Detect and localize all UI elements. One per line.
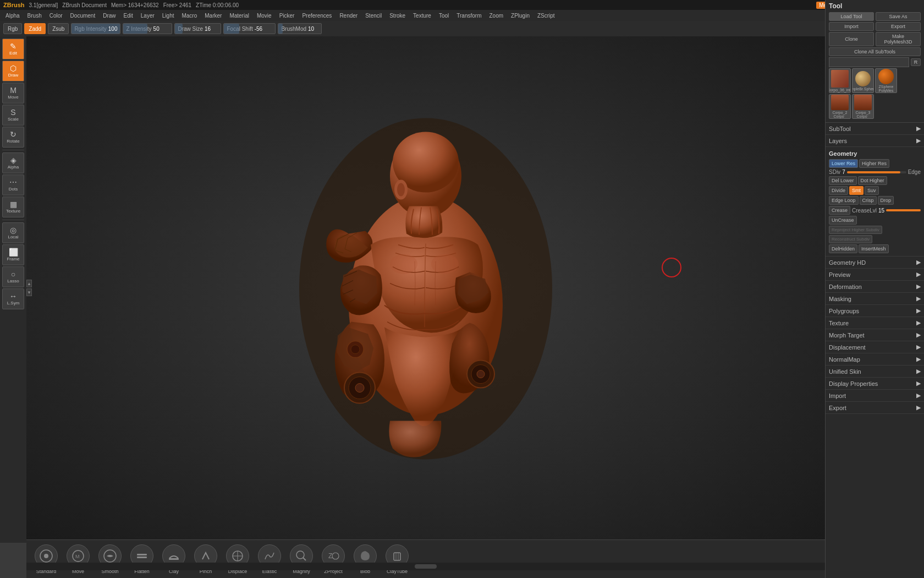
- scroll-thumb[interactable]: [415, 564, 437, 569]
- menu-picker[interactable]: Picker: [276, 12, 298, 19]
- divide-button[interactable]: Divide: [829, 186, 848, 195]
- thumb-corpo2[interactable]: Corpo_2 Corpo_: [829, 94, 851, 119]
- menu-marker[interactable]: Marker: [201, 12, 225, 19]
- clone-all-subtools-button[interactable]: Clone All SubTools: [829, 47, 921, 56]
- menu-texture[interactable]: Texture: [410, 12, 435, 19]
- layers-section[interactable]: Layers ▶: [826, 135, 924, 147]
- draw-size-slider[interactable]: Draw Size 16: [174, 23, 221, 34]
- smt-button[interactable]: Smt: [849, 186, 864, 195]
- tool-scale[interactable]: S Scale: [2, 105, 24, 126]
- edge-loop-button[interactable]: Edge Loop: [829, 196, 859, 205]
- thumb-corpo3[interactable]: Corpo_3 Corpo_: [852, 94, 874, 119]
- brushmod-slider[interactable]: BrushMod 10: [278, 23, 322, 34]
- menu-layer[interactable]: Layer: [138, 12, 158, 19]
- r-button[interactable]: R: [911, 58, 921, 66]
- tool-move[interactable]: M Move: [2, 83, 24, 103]
- reproject-button[interactable]: Reproject Higher Subdiv: [829, 226, 882, 234]
- menu-alpha[interactable]: Alpha: [2, 12, 23, 19]
- tool-texture[interactable]: ▦ Texture: [2, 197, 24, 217]
- menu-edit[interactable]: Edit: [120, 12, 136, 19]
- tool-name-input[interactable]: Corpo_36_inte_50: [829, 57, 909, 67]
- thumb-zsphere[interactable]: ZSphere PolyMes: [875, 68, 897, 93]
- save-as-button[interactable]: Save As: [876, 12, 921, 21]
- tool-frame[interactable]: ⬜ Frame: [2, 244, 24, 265]
- menu-color[interactable]: Color: [46, 12, 66, 19]
- z-intensity-slider[interactable]: Z Intensity 50: [123, 23, 172, 34]
- normalmap-label: NormalMap: [829, 356, 860, 363]
- thumb-corpo[interactable]: Corpo_36_inte: [829, 68, 851, 93]
- geometry-hd-chevron: ▶: [916, 259, 921, 266]
- preview-section[interactable]: Preview ▶: [826, 269, 924, 281]
- menu-tool[interactable]: Tool: [436, 12, 452, 19]
- canvas-edge-arrows[interactable]: ▲ ▼: [26, 280, 32, 296]
- rgb-intensity-slider[interactable]: Rgb Intensity 100: [71, 23, 120, 34]
- menu-zplugin[interactable]: ZPlugin: [508, 12, 533, 19]
- suv-button[interactable]: Suv: [865, 186, 879, 195]
- geometry-header[interactable]: Geometry: [829, 149, 921, 158]
- focal-shift-slider[interactable]: Focal Shift -56: [223, 23, 276, 34]
- displacement-section[interactable]: Displacement ▶: [826, 341, 924, 353]
- normalmap-section[interactable]: NormalMap ▶: [826, 353, 924, 366]
- menu-render[interactable]: Render: [336, 12, 361, 19]
- morph-target-section[interactable]: Morph Target ▶: [826, 329, 924, 341]
- lower-res-button[interactable]: Lower Res: [829, 159, 858, 168]
- menu-brush[interactable]: Brush: [24, 12, 45, 19]
- tool-lsym[interactable]: ↔ L.Sym: [2, 288, 24, 309]
- geometry-hd-section[interactable]: Geometry HD ▶: [826, 257, 924, 269]
- tool-rotate[interactable]: ↻ Rotate: [2, 127, 24, 148]
- display-properties-section[interactable]: Display Properties ▶: [826, 378, 924, 390]
- del-hidden-button[interactable]: DelHidden: [829, 244, 857, 253]
- make-polymesh-button[interactable]: Make PolyMesh3D: [876, 32, 921, 46]
- crease-lv-slider[interactable]: [886, 209, 921, 211]
- menu-zoom[interactable]: Zoom: [486, 12, 507, 19]
- menu-draw[interactable]: Draw: [100, 12, 119, 19]
- zadd-button[interactable]: Zadd: [24, 23, 46, 34]
- del-lower-button[interactable]: Del Lower: [829, 176, 857, 185]
- export-section[interactable]: Export ▶: [826, 402, 924, 414]
- tool-edit[interactable]: ✎ Edit: [2, 39, 24, 59]
- load-tool-button[interactable]: Load Tool: [829, 12, 874, 21]
- crisp-button[interactable]: Crisp: [860, 196, 877, 205]
- menu-preferences[interactable]: Preferences: [299, 12, 335, 19]
- sdiv-slider[interactable]: [847, 171, 906, 173]
- uncrease-button[interactable]: UnCrease: [829, 216, 857, 225]
- menu-light[interactable]: Light: [159, 12, 178, 19]
- import-button[interactable]: Import: [829, 22, 874, 31]
- unified-skin-section[interactable]: Unified Skin ▶: [826, 366, 924, 378]
- masking-section[interactable]: Masking ▶: [826, 293, 924, 305]
- right-panel-collapse[interactable]: ◀: [825, 281, 826, 297]
- tool-draw[interactable]: ⬡ Draw: [2, 61, 24, 81]
- import-section[interactable]: Import ▶: [826, 390, 924, 402]
- canvas-area[interactable]: ▲ ▼: [26, 36, 825, 539]
- dot-higher-button[interactable]: Dot Higher: [858, 176, 887, 185]
- tool-dots[interactable]: ⋯ Dots: [2, 175, 24, 195]
- tool-lasso[interactable]: ○ Lasso: [2, 266, 24, 287]
- reconstruct-button[interactable]: Reconstruct Subdiv: [829, 235, 872, 243]
- drop-button[interactable]: Drop: [878, 196, 894, 205]
- menu-document[interactable]: Document: [67, 12, 99, 19]
- menu-macro[interactable]: Macro: [178, 12, 200, 19]
- clone-button[interactable]: Clone: [829, 32, 874, 46]
- canvas-arrow-down[interactable]: ▼: [26, 288, 32, 296]
- higher-res-button[interactable]: Higher Res: [859, 159, 889, 168]
- rgb-button[interactable]: Rgb: [3, 23, 22, 34]
- export-button[interactable]: Export: [876, 22, 921, 31]
- deformation-section[interactable]: Deformation ▶: [826, 281, 924, 293]
- polygroups-section[interactable]: Polygroups ▶: [826, 305, 924, 317]
- crease-button[interactable]: Crease: [829, 206, 850, 215]
- menu-stroke[interactable]: Stroke: [386, 12, 409, 19]
- tool-alpha[interactable]: ◈ Alpha: [2, 152, 24, 173]
- bottom-scrollbar[interactable]: [26, 563, 825, 570]
- tool-local[interactable]: ◎ Local: [2, 222, 24, 243]
- thumb-simplebr[interactable]: SimpleBr.Sphere3: [852, 68, 874, 93]
- menu-stencil[interactable]: Stencil: [362, 12, 385, 19]
- menu-movie[interactable]: Movie: [254, 12, 275, 19]
- zsub-button[interactable]: Zsub: [48, 23, 69, 34]
- menu-zscript[interactable]: ZScript: [534, 12, 558, 19]
- texture-section[interactable]: Texture ▶: [826, 317, 924, 329]
- insert-mesh-button[interactable]: InsertMesh: [859, 244, 889, 253]
- menu-transform[interactable]: Transform: [453, 12, 485, 19]
- canvas-arrow-up[interactable]: ▲: [26, 280, 32, 287]
- subtool-section[interactable]: SubTool ▶: [826, 123, 924, 135]
- menu-material[interactable]: Material: [226, 12, 252, 19]
